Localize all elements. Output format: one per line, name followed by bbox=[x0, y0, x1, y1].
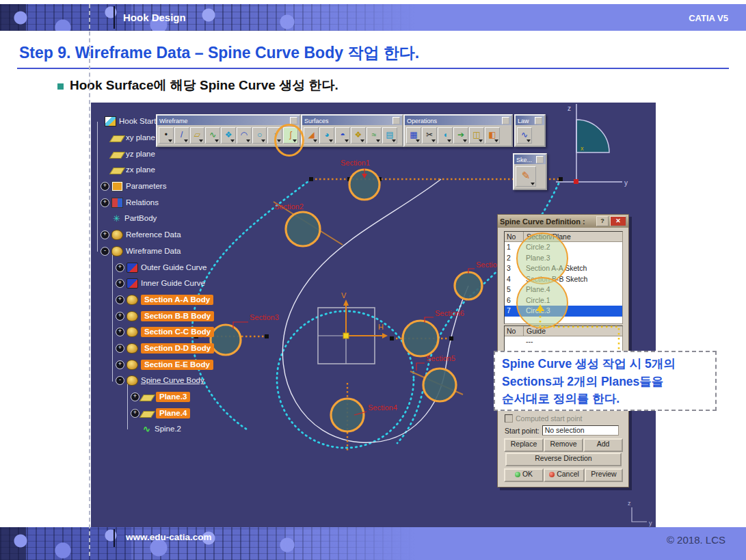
section7-circle[interactable] bbox=[455, 272, 482, 299]
translate-icon[interactable]: ➔ bbox=[453, 127, 468, 144]
tree-item-relations[interactable]: + Relations bbox=[94, 194, 237, 211]
tree-item-inner-guide-curve[interactable]: + Inner Guide Curve bbox=[94, 276, 237, 292]
checkbox-icon[interactable] bbox=[505, 414, 513, 423]
dialog-close-icon[interactable]: ✕ bbox=[610, 216, 626, 226]
offset-icon[interactable]: ❖ bbox=[351, 127, 366, 144]
dialog-title-bar[interactable]: Spine Curve Definition : ? ✕ bbox=[498, 215, 628, 228]
toolbar-title: Operations bbox=[407, 118, 437, 124]
dialog-help-icon[interactable]: ? bbox=[596, 216, 609, 226]
point-icon[interactable]: • bbox=[159, 127, 174, 144]
extrude-icon[interactable]: ◢ bbox=[304, 127, 319, 144]
plane-icon bbox=[109, 135, 125, 142]
join-icon[interactable]: ▦ bbox=[406, 127, 421, 144]
tree-item-parameters[interactable]: + Parameters bbox=[94, 178, 237, 195]
start-point-input[interactable]: No selection bbox=[542, 425, 619, 436]
projection-icon[interactable]: ∿ bbox=[205, 127, 220, 144]
sweep-icon[interactable]: ≈ bbox=[367, 127, 382, 144]
tree-item-outer-guide-curve[interactable]: + Outer Guide Curve bbox=[94, 259, 237, 276]
revolve-icon[interactable]: ◕ bbox=[319, 127, 334, 144]
banner-divider bbox=[114, 6, 115, 29]
section2-circle[interactable] bbox=[286, 212, 320, 246]
expander-icon[interactable]: + bbox=[116, 263, 124, 272]
expander-icon[interactable]: + bbox=[101, 230, 109, 239]
footer-url: www.edu-catia.com bbox=[126, 532, 212, 542]
tree-item-zx-plane[interactable]: zx plane bbox=[94, 162, 237, 178]
axis-h-label: H bbox=[378, 323, 384, 331]
toolbar-sketcher: Ske... ✎ bbox=[513, 153, 547, 190]
body-icon bbox=[126, 375, 138, 386]
tree-item-section-cc-body[interactable]: + Section C-C Body bbox=[94, 324, 237, 341]
toolbar-title: Wireframe bbox=[159, 118, 188, 124]
banner-fade bbox=[0, 4, 438, 31]
toolbar-close-icon[interactable] bbox=[502, 117, 509, 124]
sphere-icon[interactable]: ◓ bbox=[335, 127, 350, 144]
tree-item-plane3[interactable]: + Plane.3 bbox=[94, 389, 237, 405]
toolbar-close-icon[interactable] bbox=[536, 156, 544, 163]
expander-icon[interactable]: - bbox=[101, 247, 109, 256]
reverse-direction-button[interactable]: Reverse Direction bbox=[505, 453, 622, 466]
tree-item-partbody[interactable]: ✳ PartBody bbox=[94, 211, 237, 227]
parameters-icon bbox=[111, 181, 123, 191]
toolbar-close-icon[interactable] bbox=[392, 117, 400, 124]
spine-command-highlight bbox=[274, 124, 304, 157]
section4-circle[interactable] bbox=[331, 399, 364, 431]
plane-icon[interactable]: ▱ bbox=[190, 127, 205, 144]
expander-icon[interactable]: + bbox=[116, 344, 124, 353]
bullet-text: Hook Surface에 해당 Spine Curve 생성 한다. bbox=[70, 77, 338, 94]
corner-icon[interactable]: ◠ bbox=[237, 127, 252, 144]
tree-item-spine2[interactable]: ∿ Spine.2 bbox=[94, 421, 237, 438]
add-button[interactable]: Add bbox=[583, 438, 623, 452]
tree-item-section-ee-body[interactable]: + Section E-E Body bbox=[94, 356, 237, 373]
remove-button[interactable]: Remove bbox=[544, 438, 583, 452]
expander-icon[interactable]: + bbox=[101, 182, 109, 191]
expander-icon[interactable]: + bbox=[116, 360, 124, 369]
tree-item-section-dd-body[interactable]: + Section D-D Body bbox=[94, 341, 237, 357]
expander-icon[interactable]: + bbox=[131, 392, 139, 401]
expander-icon[interactable]: + bbox=[131, 409, 139, 418]
expander-icon[interactable]: + bbox=[116, 279, 124, 288]
section5-circle[interactable] bbox=[423, 369, 456, 401]
toolbar-close-icon[interactable] bbox=[535, 117, 542, 124]
column-no: No bbox=[505, 232, 524, 241]
compass[interactable]: z x y bbox=[556, 104, 628, 187]
cancel-button[interactable]: Cancel bbox=[544, 468, 585, 482]
mini-axis-y-label: y bbox=[649, 520, 652, 526]
tree-item-section-aa-body[interactable]: + Section A-A Body bbox=[94, 292, 237, 308]
tree-item-yz-plane[interactable]: yz plane bbox=[94, 146, 237, 162]
intersection-icon[interactable]: ❖ bbox=[221, 127, 236, 144]
fill-icon[interactable]: ▤ bbox=[382, 127, 397, 144]
expander-icon[interactable]: + bbox=[116, 312, 124, 321]
circle-icon[interactable]: ○ bbox=[252, 127, 267, 144]
expander-icon[interactable]: + bbox=[116, 295, 124, 304]
geometrical-set-icon bbox=[111, 230, 123, 240]
title-underline bbox=[17, 68, 729, 69]
expander-icon[interactable]: + bbox=[116, 328, 124, 336]
ok-button[interactable]: OK bbox=[504, 468, 544, 482]
specification-tree: Hook Start xy plane yz plane zx plane + … bbox=[94, 114, 237, 438]
tree-item-wireframe-data[interactable]: - Wireframe Data bbox=[94, 243, 237, 260]
slide: Hook Design CATIA V5 Step 9. Wireframe D… bbox=[0, 0, 746, 560]
split-icon[interactable]: ✂ bbox=[422, 127, 437, 144]
section7-label: Section bbox=[468, 261, 501, 274]
expander-icon[interactable]: + bbox=[101, 198, 109, 207]
tree-item-spine-curve-body[interactable]: - Spine Curve Body bbox=[94, 373, 237, 389]
replace-button[interactable]: Replace bbox=[504, 438, 544, 452]
extract-icon[interactable]: ◧ bbox=[485, 127, 500, 144]
computed-start-point-checkbox[interactable]: Computed start point bbox=[505, 414, 582, 423]
tree-item-section-bb-body[interactable]: + Section B-B Body bbox=[94, 308, 237, 324]
tree-item-plane4[interactable]: + Plane.4 bbox=[94, 405, 237, 421]
center-sketch[interactable]: V H bbox=[318, 291, 388, 364]
sketch-icon[interactable]: ✎ bbox=[516, 166, 536, 187]
section6-circle[interactable] bbox=[403, 321, 438, 356]
axis-v-label: V bbox=[341, 291, 347, 299]
fillet-icon[interactable]: ◖ bbox=[438, 127, 453, 144]
tree-item-reference-data[interactable]: + Reference Data bbox=[94, 227, 237, 243]
law-icon[interactable]: ∿ bbox=[517, 127, 532, 144]
symmetry-icon[interactable]: ◫ bbox=[469, 127, 484, 144]
preview-button[interactable]: Preview bbox=[585, 468, 623, 482]
toolbar-operations: Operations ▦ ✂ ◖ ➔ ◫ ◧ bbox=[403, 114, 513, 147]
curve-icon bbox=[126, 263, 138, 273]
line-icon[interactable]: / bbox=[174, 127, 189, 144]
expander-icon[interactable]: - bbox=[116, 376, 124, 385]
start-point-row: Start point: No selection bbox=[505, 425, 619, 436]
